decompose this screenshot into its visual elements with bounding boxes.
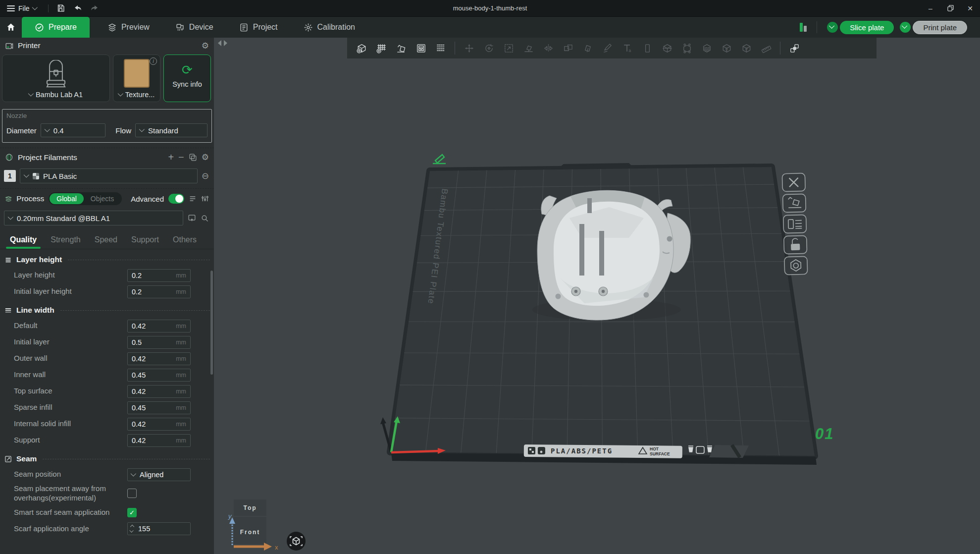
remove-filament-button[interactable]: − (178, 152, 184, 163)
nozzle-diameter-select[interactable]: 0.4 (41, 123, 105, 137)
printer-image (41, 60, 71, 91)
tab-calibration[interactable]: Calibration (291, 17, 368, 38)
seam-icon (4, 455, 12, 463)
restore-button[interactable] (940, 0, 960, 16)
view-all-settings-button[interactable] (189, 195, 197, 203)
sidebar-scrollbar[interactable] (210, 271, 213, 375)
process-tab-support[interactable]: Support (125, 233, 165, 249)
close-button[interactable]: ✕ (960, 0, 980, 16)
delete-all-plate-button[interactable] (782, 173, 805, 191)
setting-spinner[interactable]: 155 (127, 522, 191, 535)
tab-device[interactable]: Device (162, 17, 226, 38)
undo-button[interactable] (69, 0, 86, 16)
svg-text:0: 0 (725, 47, 727, 52)
slice-plate-button[interactable]: Slice plate (840, 21, 894, 34)
sync-filament-list-button[interactable] (189, 153, 197, 162)
view-reset-button[interactable] (287, 532, 306, 551)
print-plate-button[interactable]: Print plate (913, 21, 967, 34)
tab-preview[interactable]: Preview (95, 17, 162, 38)
plate-settings-button[interactable] (784, 256, 808, 275)
plates-stack-icon[interactable] (800, 23, 807, 32)
redo-button[interactable] (86, 0, 103, 16)
tab-project[interactable]: Project (226, 17, 291, 38)
bed-card-caption: Texture... (119, 91, 155, 99)
process-preset-select[interactable]: 0.20mm Standard @BBL A1 (4, 211, 183, 225)
process-tab-others[interactable]: Others (167, 233, 203, 249)
nozzle-flow-select[interactable]: Standard (135, 123, 207, 137)
spinner-arrows[interactable] (131, 525, 134, 533)
text-tool-icon[interactable]: a (619, 40, 636, 56)
printer-select-card[interactable]: Bambu Lab A1 (2, 55, 110, 102)
setting-row: Top surface0.42mm (0, 383, 214, 399)
remove-filament-slot-icon[interactable]: ⊖ (202, 171, 209, 180)
process-tab-speed[interactable]: Speed (89, 233, 123, 249)
setting-input[interactable]: 0.45mm (127, 369, 191, 382)
sync-label: Sync info (172, 80, 202, 88)
color-painting-icon[interactable] (599, 40, 616, 56)
scope-objects[interactable]: Objects (84, 193, 121, 204)
split-to-objects-icon[interactable] (560, 40, 576, 56)
scale-icon[interactable] (500, 40, 517, 56)
emboss-zero-icon[interactable]: 0 (718, 40, 735, 56)
split-to-parts-icon[interactable] (579, 40, 596, 56)
arrange-icon[interactable] (413, 40, 429, 56)
sync-info-card[interactable]: ⟳ Sync info (163, 55, 211, 102)
printer-icon (5, 42, 13, 50)
cut-icon[interactable] (659, 40, 675, 56)
setting-checkbox[interactable]: ✓ (127, 508, 137, 517)
setting-input[interactable]: 0.42mm (127, 352, 191, 365)
filament-select[interactable]: PLA Basic (20, 168, 198, 183)
mirror-icon[interactable] (540, 40, 557, 56)
setting-input[interactable]: 0.42mm (127, 418, 191, 431)
setting-input[interactable]: 0.42mm (127, 385, 191, 398)
support-painting-icon[interactable] (678, 40, 695, 56)
move-icon[interactable] (461, 40, 477, 56)
add-filament-button[interactable]: + (168, 152, 174, 163)
sidebar-collapse-handle[interactable] (218, 40, 227, 46)
add-plate-icon[interactable] (373, 40, 390, 56)
tab-prepare[interactable]: Prepare (22, 17, 90, 38)
setting-input[interactable]: 0.2mm (127, 285, 191, 298)
auto-orient-plate-button[interactable] (782, 194, 806, 212)
variable-layer-height-icon[interactable] (698, 40, 715, 56)
process-tab-quality[interactable]: Quality (4, 233, 43, 249)
search-settings-button[interactable] (201, 214, 209, 222)
setting-input[interactable]: 0.2mm (127, 269, 191, 282)
file-menu[interactable]: File (0, 0, 44, 16)
bed-type-card[interactable]: i Texture... (113, 55, 160, 102)
auto-orient-icon[interactable] (393, 40, 410, 56)
add-object-icon[interactable] (353, 40, 370, 56)
setting-input[interactable]: 0.45mm (127, 401, 191, 414)
viewport-3d[interactable]: a0P Bambu Textured PEI Plate (214, 38, 980, 554)
measure-icon[interactable] (758, 40, 774, 56)
printer-settings-gear-icon[interactable]: ⚙ (202, 42, 209, 50)
object-list-icon[interactable] (432, 40, 449, 56)
save-button[interactable] (52, 0, 69, 16)
print-dropdown-button[interactable] (900, 22, 911, 33)
setting-checkbox[interactable] (127, 489, 137, 498)
home-button[interactable] (0, 17, 22, 38)
compare-presets-button[interactable] (201, 195, 209, 203)
edit-plate-name-icon[interactable] (433, 155, 446, 164)
modifier-icon[interactable] (639, 40, 656, 56)
minimize-button[interactable]: – (921, 0, 940, 16)
setting-input[interactable]: 0.5mm (127, 336, 191, 349)
scene-3d[interactable]: Bambu Textured PEI Plate (214, 38, 980, 554)
advanced-toggle[interactable] (168, 194, 184, 204)
setting-input[interactable]: 0.42mm (127, 434, 191, 447)
rotate-icon[interactable] (480, 40, 497, 56)
place-on-face-icon[interactable] (520, 40, 537, 56)
lock-plate-button[interactable] (784, 235, 807, 254)
assembly-view-icon[interactable] (786, 40, 803, 56)
setting-input[interactable]: 0.42mm (127, 320, 191, 332)
setting-select[interactable]: Aligned (127, 468, 191, 481)
slice-dropdown-button[interactable] (827, 22, 838, 33)
orientation-navigator[interactable]: Top Front y x (228, 499, 278, 551)
process-tab-strength[interactable]: Strength (45, 233, 86, 249)
filament-settings-gear-icon[interactable]: ⚙ (202, 153, 209, 162)
save-preset-button[interactable] (188, 214, 196, 222)
scope-global[interactable]: Global (50, 193, 83, 204)
emboss-p-icon[interactable]: P (738, 40, 755, 56)
arrange-plate-button[interactable] (783, 215, 807, 233)
info-icon[interactable]: i (150, 57, 157, 65)
